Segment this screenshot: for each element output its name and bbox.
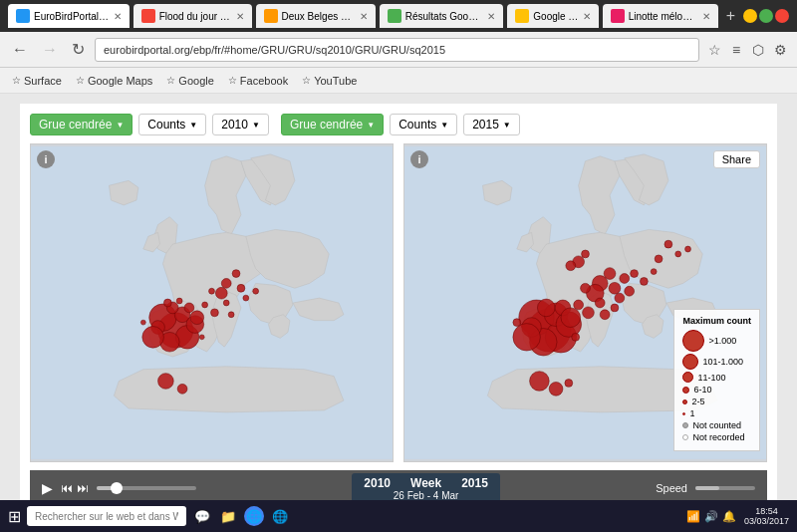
svg-point-44 — [609, 282, 621, 294]
bookmark-icon-googlemaps: ☆ — [76, 75, 85, 86]
menu-icon[interactable]: ≡ — [727, 41, 745, 59]
left-map-panel: i — [30, 143, 394, 462]
left-info-button[interactable]: i — [37, 150, 55, 168]
bookmark-icon[interactable]: ☆ — [705, 41, 723, 59]
taskbar-quick-icons: 💬 📁 🌐 🌐 — [192, 506, 290, 526]
svg-point-19 — [202, 302, 208, 308]
svg-point-40 — [561, 308, 581, 328]
right-map-panel: i Share — [403, 143, 767, 462]
speed-slider-fill — [695, 486, 719, 490]
legend-circle-11-100 — [682, 372, 693, 383]
taskbar-sys-icons: 📶 🔊 🔔 — [686, 510, 736, 523]
tab-close-ebp[interactable]: ✕ — [114, 11, 122, 22]
minimize-button[interactable] — [743, 9, 757, 23]
share-button[interactable]: Share — [713, 150, 760, 168]
play-button[interactable]: ▶ — [42, 480, 53, 496]
taskbar-datetime: 18:54 03/03/2017 — [744, 506, 789, 526]
taskbar-icon-edge[interactable]: 🌐 — [270, 506, 290, 526]
skip-end-icon[interactable]: ⏭ — [77, 481, 89, 495]
tab-favicon-flood — [141, 9, 155, 23]
legend-circle-6-10 — [682, 387, 689, 394]
legend-label-11-100: 11-100 — [697, 373, 725, 383]
bookmark-youtube[interactable]: ☆ YouTube — [298, 73, 361, 89]
tab-close-belgique[interactable]: ✕ — [360, 11, 368, 22]
svg-point-52 — [583, 307, 595, 319]
tab-close-keep[interactable]: ✕ — [583, 11, 591, 22]
taskbar-icon-file[interactable]: 📁 — [218, 506, 238, 526]
bookmark-google[interactable]: ☆ Google — [162, 73, 217, 89]
left-metric-label: Counts — [147, 118, 185, 132]
tab-favicon-belgique — [264, 9, 278, 23]
svg-point-37 — [513, 324, 540, 351]
close-button[interactable] — [775, 9, 789, 23]
svg-point-46 — [581, 283, 591, 293]
windows-icon[interactable]: ⊞ — [8, 507, 21, 526]
legend-item-not-counted: Not counted — [682, 420, 751, 430]
forward-button[interactable]: → — [38, 39, 62, 61]
taskbar-search-input[interactable] — [27, 506, 186, 526]
legend-item-11-100: 11-100 — [682, 372, 751, 383]
reload-button[interactable]: ↻ — [68, 38, 89, 61]
svg-point-60 — [595, 298, 605, 308]
tab-results[interactable]: Résultats Google Rec ✕ — [380, 4, 504, 28]
tab-belgique[interactable]: Deux Belges décider ✕ — [256, 4, 376, 28]
tab-ebp[interactable]: EuroBirdPortal - Recl ✕ — [8, 4, 130, 28]
svg-point-21 — [243, 295, 249, 301]
timeline-slider[interactable] — [97, 486, 196, 490]
legend-dot-not-recorded — [682, 434, 688, 440]
tab-favicon-keep — [515, 9, 529, 23]
tab-close-results[interactable]: ✕ — [487, 11, 495, 22]
week-label: Week — [410, 476, 441, 490]
skip-start-icon[interactable]: ⏮ — [61, 481, 73, 495]
new-tab-button[interactable]: + — [722, 7, 739, 25]
taskbar-icon-chat[interactable]: 💬 — [192, 506, 212, 526]
extensions-icon[interactable]: ⬡ — [749, 41, 767, 59]
left-species-label: Grue cendrée — [39, 118, 112, 132]
bookmark-surface[interactable]: ☆ Surface — [8, 73, 66, 89]
speed-slider[interactable] — [695, 486, 755, 490]
tab-close-flood[interactable]: ✕ — [236, 11, 244, 22]
settings-icon[interactable]: ⚙ — [771, 41, 789, 59]
legend-item-6-10: 6-10 — [682, 385, 751, 395]
svg-point-11 — [190, 311, 204, 325]
tab-close-linotte[interactable]: ✕ — [702, 11, 710, 22]
svg-point-58 — [513, 319, 521, 327]
controls-row: Grue cendrée ▼ Counts ▼ 2010 ▼ Grue cend… — [30, 114, 767, 135]
svg-point-45 — [620, 274, 630, 284]
legend-item-1: 1 — [682, 408, 751, 418]
svg-point-10 — [142, 327, 164, 349]
right-info-button[interactable]: i — [410, 150, 428, 168]
window-controls — [743, 9, 789, 23]
right-species-dropdown[interactable]: Grue cendrée ▼ — [281, 114, 384, 135]
bookmark-googlemaps[interactable]: ☆ Google Maps — [72, 73, 156, 89]
back-button[interactable]: ← — [8, 39, 32, 61]
svg-point-63 — [664, 240, 672, 248]
svg-point-27 — [158, 374, 174, 390]
right-year-label: 2015 — [472, 118, 499, 132]
svg-point-23 — [140, 320, 145, 325]
bookmark-facebook[interactable]: ☆ Facebook — [224, 73, 292, 89]
bookmarks-bar: ☆ Surface ☆ Google Maps ☆ Google ☆ Faceb… — [0, 68, 797, 94]
right-year-dropdown[interactable]: 2015 ▼ — [463, 114, 520, 135]
left-metric-arrow: ▼ — [189, 121, 197, 130]
svg-point-38 — [537, 299, 555, 317]
svg-point-42 — [604, 268, 616, 280]
right-metric-dropdown[interactable]: Counts ▼ — [390, 114, 457, 135]
maximize-button[interactable] — [759, 9, 773, 23]
address-bar[interactable] — [95, 38, 699, 62]
left-species-dropdown[interactable]: Grue cendrée ▼ — [30, 114, 133, 135]
legend-circle-1 — [682, 412, 685, 415]
timeline-bar: ▶ ⏮ ⏭ 2010 Week 2015 26 Feb - 4 Mar Spee… — [30, 470, 767, 500]
left-metric-dropdown[interactable]: Counts ▼ — [138, 114, 206, 135]
tab-flood[interactable]: Flood du jour ! - Pag ✕ — [133, 4, 252, 28]
taskbar-notification-icon[interactable]: 🔔 — [722, 510, 736, 523]
svg-point-16 — [209, 288, 215, 294]
svg-point-64 — [675, 251, 681, 257]
bookmark-label-facebook: Facebook — [240, 75, 288, 87]
taskbar-icon-chrome[interactable]: 🌐 — [244, 506, 264, 526]
tab-favicon-ebp — [16, 9, 30, 23]
left-year-dropdown[interactable]: 2010 ▼ — [212, 114, 269, 135]
tab-keep[interactable]: Google Keep ✕ — [507, 4, 598, 28]
left-map-svg — [31, 144, 393, 461]
tab-linotte[interactable]: Linotte mélodieuse- ✕ — [603, 4, 718, 28]
